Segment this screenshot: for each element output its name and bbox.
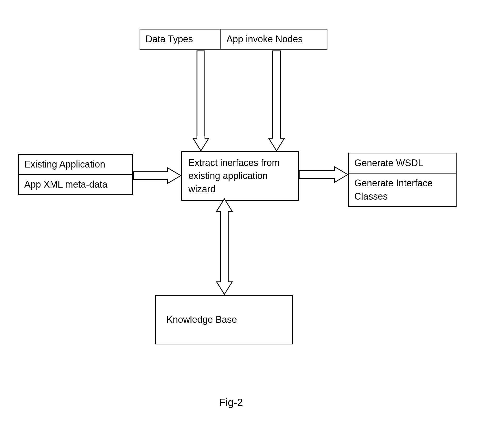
generate-wsdl-cell: Generate WSDL	[349, 153, 456, 174]
arrow-appinvoke-down-icon	[269, 51, 284, 151]
app-xml-metadata-cell: App XML meta-data	[19, 175, 132, 194]
svg-rect-5	[273, 136, 280, 140]
svg-marker-10	[334, 167, 348, 182]
svg-marker-7	[167, 168, 181, 183]
center-box: Extract inerfaces from existing applicat…	[181, 151, 299, 201]
app-invoke-nodes-cell: App invoke Nodes	[221, 29, 327, 49]
arrow-center-to-right-icon	[299, 167, 348, 182]
left-box: Existing Application App XML meta-data	[18, 154, 133, 195]
svg-rect-9	[299, 171, 334, 178]
svg-rect-14	[221, 210, 228, 213]
svg-marker-4	[269, 138, 284, 151]
top-box: Data Types App invoke Nodes	[140, 29, 327, 50]
arrows-svg	[0, 0, 485, 448]
svg-rect-11	[332, 171, 337, 178]
figure-caption: Fig-2	[219, 397, 243, 408]
knowledge-base-cell: Knowledge Base	[156, 310, 242, 329]
svg-rect-2	[197, 136, 205, 140]
generate-interface-classes-cell: Generate Interface Classes	[349, 174, 456, 206]
right-box: Generate WSDL Generate Interface Classes	[348, 153, 457, 207]
svg-rect-8	[165, 172, 170, 179]
svg-rect-16	[221, 280, 228, 284]
data-types-cell: Data Types	[140, 29, 221, 49]
bottom-box: Knowledge Base	[155, 295, 293, 344]
generate-interface-classes-label: Generate Interface Classes	[354, 178, 433, 201]
svg-marker-15	[217, 282, 232, 294]
arrow-center-bottom-double-icon	[217, 199, 232, 294]
svg-rect-12	[220, 211, 228, 282]
app-invoke-nodes-label: App invoke Nodes	[226, 34, 303, 44]
svg-rect-0	[197, 51, 205, 138]
svg-marker-1	[193, 138, 209, 151]
svg-rect-3	[273, 51, 280, 138]
caption-text: Fig-2	[219, 397, 243, 408]
app-xml-metadata-label: App XML meta-data	[24, 179, 107, 190]
center-cell: Extract inerfaces from existing applicat…	[182, 152, 298, 200]
generate-wsdl-label: Generate WSDL	[354, 158, 423, 168]
svg-rect-6	[134, 172, 167, 180]
existing-application-cell: Existing Application	[19, 155, 132, 175]
center-label: Extract inerfaces from existing applicat…	[188, 157, 280, 194]
arrow-left-to-center-icon	[134, 168, 181, 183]
data-types-label: Data Types	[146, 34, 193, 44]
existing-application-label: Existing Application	[24, 159, 105, 170]
knowledge-base-label: Knowledge Base	[166, 314, 237, 325]
svg-marker-13	[217, 199, 232, 211]
arrow-datatypes-down-icon	[193, 51, 209, 151]
